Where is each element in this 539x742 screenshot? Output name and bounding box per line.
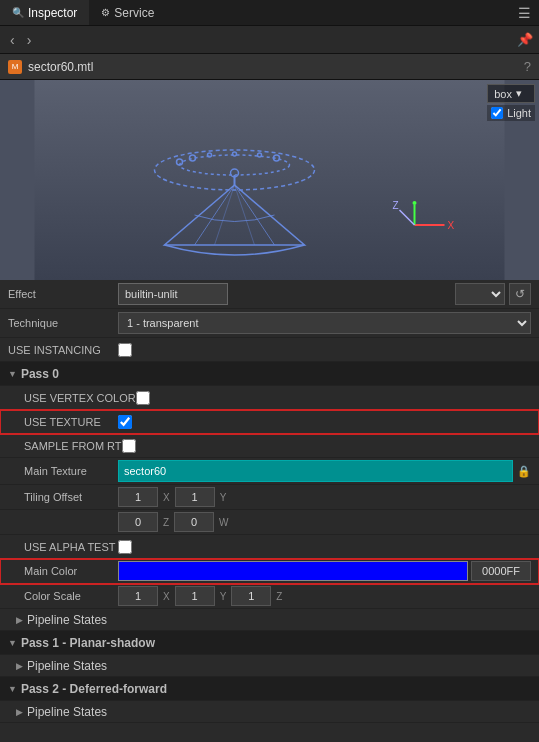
light-label: Light <box>507 107 531 119</box>
pipeline-2-toggle: ▶ <box>16 707 23 717</box>
tiling-x-input[interactable] <box>118 487 158 507</box>
viewport: X Z box ▾ Light <box>0 80 539 280</box>
color-scale-y[interactable] <box>175 586 215 606</box>
use-texture-checkbox[interactable] <box>118 415 132 429</box>
use-alpha-test-label: USE ALPHA TEST <box>8 541 118 553</box>
use-vertex-color-checkbox[interactable] <box>136 391 150 405</box>
viewport-canvas: X Z <box>0 80 539 280</box>
z-label: Z <box>163 517 169 528</box>
tiling-offset-row1: Tiling Offset X Y <box>0 485 539 510</box>
effect-input-wrap: ↺ <box>118 283 531 305</box>
use-vertex-color-row: USE VERTEX COLOR <box>0 386 539 410</box>
back-button[interactable]: ‹ <box>6 30 19 50</box>
main-texture-input[interactable] <box>118 460 513 482</box>
header-menu-button[interactable]: ☰ <box>510 5 539 21</box>
svg-text:X: X <box>448 220 455 231</box>
pass1-label: Pass 1 - Planar-shadow <box>21 636 155 650</box>
service-icon: ⚙ <box>101 7 110 18</box>
toolbar: ‹ › 📌 <box>0 26 539 54</box>
viewport-mode-dropdown[interactable]: box ▾ <box>487 84 535 103</box>
x-label: X <box>163 492 170 503</box>
use-instancing-checkbox[interactable] <box>118 343 132 357</box>
tab-inspector[interactable]: 🔍 Inspector <box>0 0 89 25</box>
light-checkbox[interactable] <box>491 107 503 119</box>
tab-service[interactable]: ⚙ Service <box>89 0 166 25</box>
tiling-offset-label: Tiling Offset <box>8 491 118 503</box>
pipeline-0-toggle: ▶ <box>16 615 23 625</box>
pipeline-states-1-label: Pipeline States <box>27 659 107 673</box>
color-scale-row: Color Scale X Y Z <box>0 584 539 609</box>
pipeline-1-toggle: ▶ <box>16 661 23 671</box>
pass1-header[interactable]: ▼ Pass 1 - Planar-shadow <box>0 631 539 655</box>
y-label: Y <box>220 492 227 503</box>
pass0-header[interactable]: ▼ Pass 0 <box>0 362 539 386</box>
pin-button[interactable]: 📌 <box>517 32 533 47</box>
pipeline-states-1-row[interactable]: ▶ Pipeline States <box>0 655 539 677</box>
sample-from-rt-row: SAMPLE FROM RT <box>0 434 539 458</box>
sample-from-rt-checkbox[interactable] <box>122 439 136 453</box>
tiling-w-input[interactable] <box>174 512 214 532</box>
help-icon[interactable]: ? <box>524 59 531 74</box>
pipeline-states-2-row[interactable]: ▶ Pipeline States <box>0 701 539 723</box>
pass2-label: Pass 2 - Deferred-forward <box>21 682 167 696</box>
color-scale-y-label: Y <box>220 591 227 602</box>
pass0-toggle: ▼ <box>8 369 17 379</box>
effect-label: Effect <box>8 288 118 300</box>
use-alpha-test-checkbox[interactable] <box>118 540 132 554</box>
tiling-offset-row2: Z W <box>0 510 539 535</box>
service-tab-label: Service <box>114 6 154 20</box>
use-alpha-test-row: USE ALPHA TEST <box>0 535 539 559</box>
file-bar: M sector60.mtl ? <box>0 54 539 80</box>
technique-label: Technique <box>8 317 118 329</box>
use-vertex-color-label: USE VERTEX COLOR <box>8 392 136 404</box>
sample-from-rt-label: SAMPLE FROM RT <box>8 440 122 452</box>
color-scale-z[interactable] <box>231 586 271 606</box>
use-vertex-color-value <box>136 391 531 405</box>
properties-panel: Effect ↺ Technique 1 - transparent USE I… <box>0 280 539 742</box>
svg-rect-0 <box>35 80 505 280</box>
main-color-row: Main Color <box>0 559 539 584</box>
header-tabs: 🔍 Inspector ⚙ Service ☰ <box>0 0 539 26</box>
viewport-controls: box ▾ Light <box>487 84 535 121</box>
tiling-offset-zw: Z W <box>118 512 531 532</box>
file-name: M sector60.mtl <box>8 60 93 74</box>
viewport-mode-label: box <box>494 88 512 100</box>
main-texture-value: 🔒 <box>118 460 531 482</box>
pass2-header[interactable]: ▼ Pass 2 - Deferred-forward <box>0 677 539 701</box>
effect-dropdown[interactable] <box>455 283 505 305</box>
technique-dropdown[interactable]: 1 - transparent <box>118 312 531 334</box>
viewport-mode-chevron: ▾ <box>516 87 522 100</box>
main-color-value <box>118 561 531 581</box>
main-texture-lock-icon: 🔒 <box>517 465 531 478</box>
inspector-icon: 🔍 <box>12 7 24 18</box>
effect-refresh-button[interactable]: ↺ <box>509 283 531 305</box>
use-instancing-row: USE INSTANCING <box>0 338 539 362</box>
main-color-swatch[interactable] <box>118 561 468 581</box>
use-instancing-value <box>118 343 531 357</box>
color-scale-label: Color Scale <box>8 590 118 602</box>
technique-input-wrap: 1 - transparent <box>118 312 531 334</box>
use-texture-row: USE TEXTURE <box>0 410 539 434</box>
use-texture-value <box>118 415 531 429</box>
effect-row: Effect ↺ <box>0 280 539 309</box>
pass0-label: Pass 0 <box>21 367 59 381</box>
pipeline-states-0-row[interactable]: ▶ Pipeline States <box>0 609 539 631</box>
main-color-hex[interactable] <box>471 561 531 581</box>
svg-text:Z: Z <box>393 200 399 211</box>
technique-row: Technique 1 - transparent <box>0 309 539 338</box>
color-scale-x-label: X <box>163 591 170 602</box>
use-instancing-label: USE INSTANCING <box>8 344 118 356</box>
pipeline-states-2-label: Pipeline States <box>27 705 107 719</box>
use-alpha-test-value <box>118 540 531 554</box>
tiling-y-input[interactable] <box>175 487 215 507</box>
color-scale-x[interactable] <box>118 586 158 606</box>
w-label: W <box>219 517 228 528</box>
main-texture-label: Main Texture <box>8 465 118 477</box>
effect-input[interactable] <box>118 283 228 305</box>
pass1-toggle: ▼ <box>8 638 17 648</box>
pass2-toggle: ▼ <box>8 684 17 694</box>
svg-point-19 <box>413 201 417 205</box>
tiling-z-input[interactable] <box>118 512 158 532</box>
forward-button[interactable]: › <box>23 30 36 50</box>
color-scale-z-label: Z <box>276 591 282 602</box>
